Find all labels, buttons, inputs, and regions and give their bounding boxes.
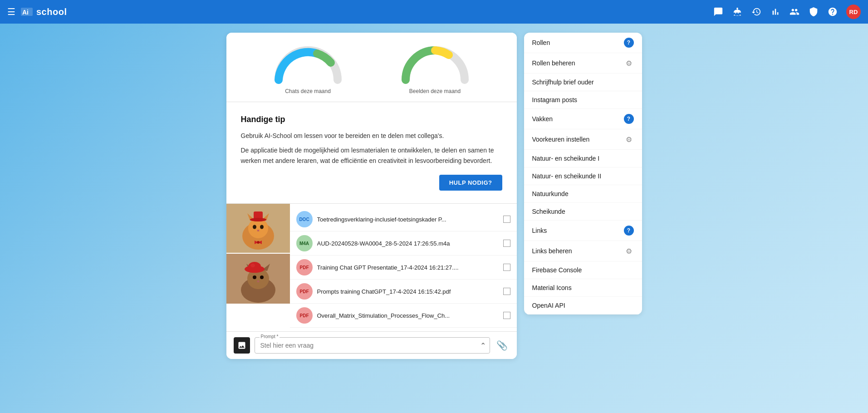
help-icon-vakken[interactable]: ?	[624, 114, 634, 124]
sidebar-item-scheikunde1[interactable]: Natuur- en scheikunde I	[524, 150, 642, 167]
svg-point-9	[257, 230, 259, 231]
gauge-chats-label: Chats deze maand	[285, 88, 331, 94]
sidebar-item-voorkeuren[interactable]: Voorkeuren instellen ⚙	[524, 129, 642, 150]
hulp-button[interactable]: HULP NODIG?	[439, 175, 502, 191]
sidebar-material-icons-label: Material Icons	[532, 284, 572, 291]
cat-image-1	[226, 204, 290, 254]
sidebar-item-firebase[interactable]: Firebase Console	[524, 261, 642, 279]
gear-icon-rollen[interactable]: ⚙	[624, 58, 634, 68]
sidebar-openai-label: OpenAI API	[532, 302, 565, 309]
sidebar-links-label: Links	[532, 227, 547, 234]
right-sidebar: Rollen ? Rollen beheren ⚙ Schrijfhulp br…	[524, 33, 642, 315]
file-item: DOC Toetredingsverklaring-inclusief-toet…	[290, 207, 517, 231]
cat-image-2	[226, 254, 290, 304]
file-checkbox[interactable]	[503, 312, 510, 319]
sidebar-item-natuurkunde[interactable]: Natuurkunde	[524, 185, 642, 203]
file-name: Prompts training ChatGPT_17-4-2024 16:15…	[317, 288, 499, 295]
prompt-image-button[interactable]	[234, 337, 250, 354]
gauge-chats-svg	[272, 44, 344, 84]
svg-point-26	[250, 264, 255, 267]
sidebar-item-rollen[interactable]: Rollen ?	[524, 33, 642, 53]
sidebar-item-rollen-beheren[interactable]: Rollen beheren ⚙	[524, 53, 642, 74]
file-checkbox[interactable]	[503, 216, 510, 223]
sidebar-item-schrijfhulp[interactable]: Schrijfhulp brief ouder	[524, 74, 642, 91]
files-list: DOC Toetredingsverklaring-inclusief-toet…	[290, 204, 517, 331]
sidebar-scheikunde2-label: Natuur- en scheikunde II	[532, 172, 602, 180]
sidebar-voorkeuren-label: Voorkeuren instellen	[532, 136, 590, 143]
file-name: Overall_Matrix_Stimulation_Processes_Flo…	[317, 312, 499, 319]
file-item: PDF Overall_Matrix_Stimulation_Processes…	[290, 304, 517, 328]
svg-point-23	[257, 280, 259, 282]
svg-point-22	[260, 275, 264, 279]
chart-icon[interactable]	[770, 6, 781, 17]
svg-point-12	[250, 218, 266, 221]
sidebar-item-scheikunde[interactable]: Scheikunde	[524, 203, 642, 221]
file-badge-pdf: PDF	[296, 307, 313, 324]
prompt-bar: Prompt * ⌃ 📎	[226, 331, 517, 359]
chat-icon[interactable]	[713, 6, 724, 17]
tip-text-2: De applicatie biedt de mogelijkheid om l…	[241, 145, 502, 166]
sidebar-item-links-beheren[interactable]: Links beheren ⚙	[524, 241, 642, 261]
sidebar-scheikunde1-label: Natuur- en scheikunde I	[532, 155, 600, 162]
sidebar-natuurkunde-label: Natuurkunde	[532, 190, 569, 197]
help-icon[interactable]	[827, 6, 838, 17]
sidebar-links-beheren-label: Links beheren	[532, 247, 572, 255]
user-avatar[interactable]: RD	[846, 5, 861, 19]
sidebar-item-vakken[interactable]: Vakken ?	[524, 109, 642, 129]
svg-text:Ai: Ai	[22, 9, 29, 16]
images-panel	[226, 204, 290, 331]
main-layout: Chats deze maand Beelden deze maand Hand…	[0, 24, 868, 413]
sidebar-item-material-icons[interactable]: Material Icons	[524, 279, 642, 297]
tip-text-1: Gebruik AI-School om lessen voor te bere…	[241, 131, 502, 141]
svg-point-21	[253, 275, 256, 279]
sidebar-item-instagram[interactable]: Instagram posts	[524, 91, 642, 109]
file-item: PDF Training Chat GPT Presentatie_17-4-2…	[290, 256, 517, 280]
prompt-input[interactable]	[260, 342, 473, 349]
file-item: M4A AUD-20240528-WA0004_28-5-2024 17:26:…	[290, 231, 517, 256]
logo-area: Ai school	[20, 5, 67, 19]
sidebar-item-scheikunde2[interactable]: Natuur- en scheikunde II	[524, 167, 642, 185]
file-checkbox[interactable]	[503, 288, 510, 295]
sidebar-firebase-label: Firebase Console	[532, 266, 582, 274]
top-navigation: ☰ Ai school	[0, 0, 868, 24]
file-badge-doc: DOC	[296, 211, 313, 227]
gauges-section: Chats deze maand Beelden deze maand	[226, 33, 517, 102]
sidebar-schrijfhulp-label: Schrijfhulp brief ouder	[532, 79, 594, 86]
nav-left: ☰ Ai school	[7, 5, 713, 19]
bot-icon[interactable]	[732, 6, 743, 17]
prompt-chevron-icon[interactable]: ⌃	[480, 341, 486, 350]
file-name: Toetredingsverklaring-inclusief-toetsing…	[317, 216, 499, 223]
logo-text: school	[36, 7, 67, 17]
history-icon[interactable]	[751, 6, 762, 17]
file-badge-pdf: PDF	[296, 259, 313, 275]
sidebar-vakken-label: Vakken	[532, 115, 553, 123]
gauge-beelden: Beelden deze maand	[399, 44, 471, 94]
people-icon[interactable]	[789, 6, 800, 17]
help-icon-links[interactable]: ?	[624, 226, 634, 236]
gauge-beelden-svg	[399, 44, 471, 84]
files-section: DOC Toetredingsverklaring-inclusief-toet…	[226, 204, 517, 331]
file-item: PDF Prompts training ChatGPT_17-4-2024 1…	[290, 280, 517, 304]
gear-icon-voorkeuren[interactable]: ⚙	[624, 134, 634, 144]
sidebar-item-links[interactable]: Links ?	[524, 221, 642, 241]
prompt-attach-icon[interactable]: 📎	[495, 338, 510, 353]
svg-point-8	[260, 225, 264, 229]
svg-point-7	[253, 225, 256, 229]
shield-icon[interactable]	[808, 6, 819, 17]
sidebar-scheikunde-label: Scheikunde	[532, 208, 565, 215]
logo-icon: Ai	[20, 5, 34, 19]
gear-icon-links[interactable]: ⚙	[624, 246, 634, 256]
sidebar-instagram-label: Instagram posts	[532, 96, 578, 103]
gauge-beelden-label: Beelden deze maand	[409, 88, 461, 94]
hamburger-menu[interactable]: ☰	[7, 6, 15, 17]
sidebar-rollen-beheren-label: Rollen beheren	[532, 59, 575, 67]
svg-point-15	[257, 241, 260, 244]
sidebar-rollen-label: Rollen	[532, 39, 550, 46]
help-icon-rollen[interactable]: ?	[624, 38, 634, 48]
file-badge-m4a: M4A	[296, 235, 313, 251]
file-checkbox[interactable]	[503, 264, 510, 271]
sidebar-item-openai[interactable]: OpenAI API	[524, 297, 642, 315]
tip-section: Handige tip Gebruik AI-School om lessen …	[226, 102, 517, 204]
file-checkbox[interactable]	[503, 240, 510, 247]
center-panel: Chats deze maand Beelden deze maand Hand…	[226, 33, 517, 359]
